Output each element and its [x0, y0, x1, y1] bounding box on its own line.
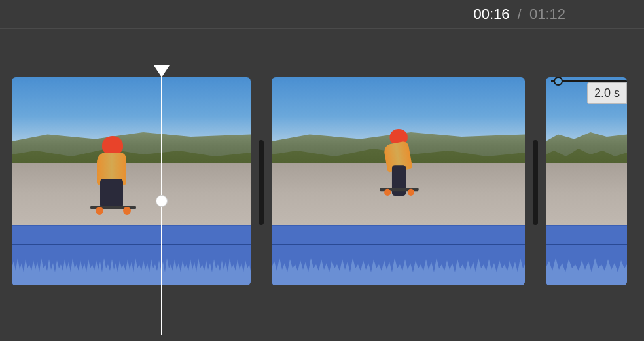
audio-track[interactable] [272, 225, 525, 285]
transition-handle-icon [533, 140, 538, 225]
clip-thumbnail: 2.0 s [546, 77, 627, 225]
clips-row: 2.0 s [0, 77, 644, 285]
transition[interactable] [525, 109, 546, 257]
waveform-icon [12, 245, 251, 285]
speed-badge[interactable]: 2.0 s [587, 82, 627, 104]
current-time: 00:16 [474, 6, 510, 22]
waveform-icon [272, 245, 525, 285]
person-icon [90, 136, 136, 215]
total-time: 01:12 [529, 6, 565, 22]
audio-track[interactable] [546, 225, 627, 285]
svg-marker-0 [154, 65, 170, 77]
clip-thumbnail [272, 77, 525, 225]
timeline[interactable]: 2.0 s [0, 29, 644, 341]
time-display: 00:16 / 01:12 [474, 6, 566, 23]
audio-track[interactable] [12, 225, 251, 285]
time-separator: / [518, 6, 522, 22]
video-clip[interactable] [272, 77, 525, 285]
person-icon [380, 129, 419, 196]
waveform-icon [546, 245, 627, 285]
timeline-header: 00:16 / 01:12 [0, 0, 644, 29]
playhead-marker-icon [154, 65, 170, 77]
transition-handle-icon [259, 140, 264, 225]
clip-thumbnail [12, 77, 251, 225]
video-clip[interactable]: 2.0 s [546, 77, 627, 285]
transition[interactable] [251, 109, 272, 257]
video-clip[interactable] [12, 77, 251, 285]
